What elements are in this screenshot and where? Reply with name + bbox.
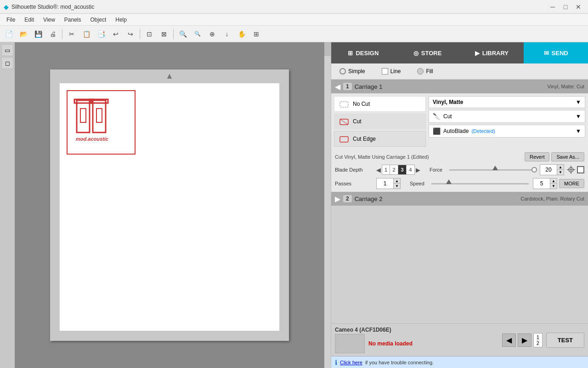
blade-decrement[interactable]: ◀: [376, 167, 381, 173]
toolbar-undo[interactable]: ↩: [109, 28, 123, 40]
page-canvas: ▲: [50, 69, 289, 341]
blade-seg-1[interactable]: 1: [382, 165, 390, 175]
blade-seg-4[interactable]: 4: [407, 165, 415, 175]
force-slider-thumb[interactable]: [531, 167, 537, 172]
cut-option-nocut[interactable]: No Cut: [334, 96, 426, 112]
no-media-label: No media loaded: [368, 340, 413, 347]
passes-spinners: ▲ ▼: [393, 178, 400, 189]
force-arrow: [492, 166, 498, 170]
page-num-2: 2: [537, 340, 539, 346]
menu-help[interactable]: Help: [111, 16, 131, 24]
load-left[interactable]: ◀: [502, 334, 516, 347]
minimize-button[interactable]: ─: [547, 2, 559, 12]
material-dropdown[interactable]: Vinyl, Matte ▼: [429, 96, 585, 108]
mode-line[interactable]: Line: [378, 66, 405, 76]
toolbar-zoom-fit[interactable]: ⊕: [205, 28, 219, 40]
svg-line-10: [340, 119, 348, 125]
carriage1-collapse[interactable]: ◀: [335, 82, 340, 91]
close-button[interactable]: ✕: [572, 2, 584, 12]
autoblade-detected: (Detected): [471, 128, 495, 134]
page-up-arrow[interactable]: ▲: [165, 71, 174, 81]
speed-slider-track[interactable]: [429, 178, 531, 189]
force-down[interactable]: ▼: [557, 170, 564, 175]
force-spinners: ▲ ▼: [557, 165, 564, 175]
cut-options-list: No Cut Cut Cut Edge: [334, 96, 426, 147]
speed-up[interactable]: ▲: [550, 178, 557, 184]
toolbar-new[interactable]: 📄: [2, 28, 16, 40]
speed-arrow: [446, 179, 452, 184]
toolbar-redo[interactable]: ↪: [124, 28, 137, 40]
blade-increment[interactable]: ▶: [416, 167, 420, 173]
right-panel: ⊞ DESIGN ◎ STORE ▶ LIBRARY ✉ SEND Simple: [331, 42, 588, 368]
toolbar-paste[interactable]: 📑: [94, 28, 108, 40]
mode-fill[interactable]: Fill: [413, 66, 436, 76]
revert-button[interactable]: Revert: [525, 152, 549, 161]
svg-text:mod.acoustic: mod.acoustic: [76, 136, 108, 142]
toolbar-pan[interactable]: ✋: [235, 28, 249, 40]
saveas-button[interactable]: Save As...: [551, 152, 584, 161]
sep3: [173, 29, 174, 39]
left-tool-1[interactable]: ▭: [1, 44, 13, 56]
cut-settings-area: Cut Vinyl, Matte Using Carriage 1 (Edite…: [331, 150, 588, 192]
material-label: Vinyl, Matte: [433, 99, 463, 105]
carriage2-header: ▶ 2 Carriage 2 Cardstock, Plain: Rotary …: [331, 192, 588, 206]
vinyl-settings: Vinyl, Matte ▼ 🔪 Cut ▼ ⬛ AutoBlade (Dete…: [429, 96, 585, 147]
passes-down[interactable]: ▼: [394, 184, 400, 189]
toolbar-select2[interactable]: ⊠: [157, 28, 171, 40]
toolbar-zoom-in[interactable]: 🔍: [176, 28, 190, 40]
toolbar-open[interactable]: 📂: [17, 28, 30, 40]
calibration-icons: [566, 165, 584, 175]
canvas-scrollbar[interactable]: [324, 42, 331, 368]
title-bar: ◆ Silhouette Studio®: mod_acoustic ─ □ ✕: [0, 0, 588, 14]
carriage2-expand[interactable]: ▶: [335, 195, 340, 203]
send-tab-icon: ✉: [544, 50, 549, 57]
test-button[interactable]: TEST: [546, 333, 584, 348]
menu-edit[interactable]: Edit: [20, 16, 39, 24]
toolbar-select[interactable]: ⊡: [142, 28, 156, 40]
left-tool-2[interactable]: ◻: [1, 57, 13, 69]
design-image-frame[interactable]: mod.acoustic: [67, 90, 136, 155]
toolbar-zoom-out[interactable]: 🔍: [191, 28, 204, 40]
force-up[interactable]: ▲: [557, 165, 564, 170]
toolbar-save[interactable]: 💾: [31, 28, 45, 40]
page-num-1: 1: [537, 334, 539, 340]
tab-library[interactable]: ▶ LIBRARY: [460, 42, 524, 63]
design-tab-icon: ⊞: [348, 50, 353, 57]
menu-view[interactable]: View: [39, 16, 60, 24]
load-right[interactable]: ▶: [518, 334, 531, 347]
device-info: Cameo 4 (ACF1D06E) No media loaded: [335, 327, 498, 353]
carriage1-info: Vinyl, Matte: Cut: [548, 84, 585, 89]
blade-seg-3[interactable]: 3: [398, 165, 407, 175]
tab-store[interactable]: ◎ STORE: [396, 42, 460, 63]
toolbar-cut[interactable]: ✂: [65, 28, 79, 40]
cut-type-label: Cut: [443, 113, 573, 120]
maximize-button[interactable]: □: [560, 2, 571, 12]
cut-option-cut[interactable]: Cut: [334, 114, 426, 129]
toolbar-add[interactable]: ⊞: [249, 28, 263, 40]
media-row: No media loaded: [335, 334, 498, 353]
force-slider-track[interactable]: [447, 165, 538, 175]
tab-design[interactable]: ⊞ DESIGN: [331, 42, 396, 63]
autoblade-dropdown[interactable]: ⬛ AutoBlade (Detected) ▼: [429, 125, 585, 138]
trouble-link[interactable]: Click here: [340, 360, 362, 365]
blade-segments: 1 2 3 4: [382, 165, 415, 175]
more-button[interactable]: MORE: [559, 179, 584, 188]
cut-type-chevron: ▼: [576, 113, 581, 120]
speed-down[interactable]: ▼: [550, 184, 557, 189]
carriage1-body: No Cut Cut Cut Edge: [331, 93, 588, 150]
mode-simple[interactable]: Simple: [336, 66, 369, 76]
tab-send[interactable]: ✉ SEND: [524, 42, 588, 63]
cut-option-cutedge[interactable]: Cut Edge: [334, 131, 426, 147]
menu-file[interactable]: File: [2, 16, 20, 24]
menu-object[interactable]: Object: [86, 16, 111, 24]
toolbar-copy[interactable]: 📋: [79, 28, 93, 40]
material-chevron: ▼: [576, 99, 581, 105]
app-title: Silhouette Studio®: mod_acoustic: [11, 4, 94, 10]
cut-type-dropdown[interactable]: 🔪 Cut ▼: [429, 110, 585, 123]
logo-svg: mod.acoustic: [68, 91, 136, 155]
passes-up[interactable]: ▲: [394, 178, 400, 184]
blade-seg-2[interactable]: 2: [390, 165, 398, 175]
toolbar-pan-down[interactable]: ↓: [220, 28, 234, 40]
toolbar-print[interactable]: 🖨: [46, 28, 60, 40]
menu-panels[interactable]: Panels: [60, 16, 86, 24]
